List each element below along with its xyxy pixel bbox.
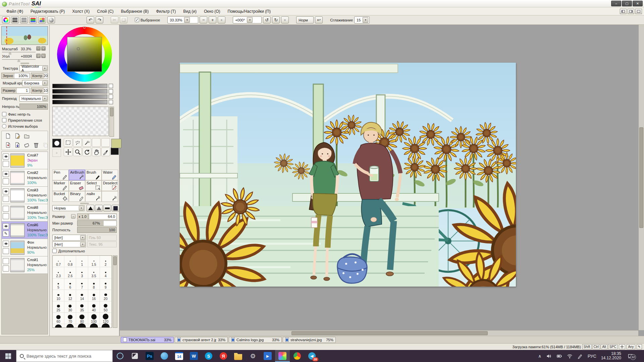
zoom-out-button[interactable]: − [200, 16, 207, 23]
layer-visibility-toggle[interactable] [3, 258, 9, 264]
layer-lock-toggle[interactable] [3, 265, 9, 272]
density-slider[interactable]: 100 [77, 227, 117, 233]
layout-left-button[interactable] [620, 9, 627, 14]
primary-color-swatch[interactable] [111, 139, 121, 148]
layer-row-Слой2[interactable]: Слой2 Нормально 100% [2, 169, 48, 187]
layout-full-button[interactable] [635, 9, 642, 14]
brush-size-250[interactable]: 250 [76, 324, 88, 328]
layer-lock-toggle[interactable] [3, 161, 9, 167]
hsv-slider-panel-button[interactable] [20, 16, 28, 23]
add-brush-shape-button[interactable]: + [52, 149, 61, 157]
layer-row-Слой1[interactable]: Слой1 Нормально 25% [2, 256, 48, 274]
volume-icon[interactable] [546, 353, 552, 359]
rotation-angle-dropdown[interactable]: +000°▼ [233, 16, 262, 23]
layer-visibility-toggle[interactable] [3, 241, 9, 247]
scratchpad-panel-button[interactable] [47, 16, 55, 23]
document-tab[interactable]: Calmins logo.jpg 33% [229, 337, 282, 343]
document-tab[interactable]: страховой агент 2.jpg 33% [175, 337, 228, 343]
tool-Brush[interactable]: Brush [85, 170, 102, 180]
navigator-thumbnail[interactable] [1, 26, 48, 45]
empty-tool-slot[interactable] [101, 138, 110, 147]
size-grid-scrollbar[interactable] [113, 255, 117, 328]
brush-blend-mode-dropdown[interactable]: Норма▼ [52, 205, 85, 211]
angle-slider-thumb[interactable] [17, 60, 20, 62]
brush-size-200[interactable]: 200 [64, 324, 76, 328]
advanced-settings-toggle[interactable]: Дополнительно [52, 249, 85, 253]
tool-лайн[interactable]: лайн [85, 191, 102, 202]
taskbar-app-cortana[interactable] [113, 350, 127, 362]
blend-mode-dropdown[interactable]: Нормально▼ [19, 96, 48, 102]
document-tab[interactable]: strahovaniejizni.jpg 75% [283, 337, 336, 343]
brush-size-70[interactable]: 70 [64, 313, 76, 324]
wet-edge-dropdown[interactable]: Бахрома▼ [22, 80, 48, 86]
mix-slider-4[interactable] [52, 100, 107, 104]
brush-size-7[interactable]: 7 [76, 279, 88, 290]
swatches-panel-button[interactable] [38, 16, 46, 23]
menu-item-5[interactable]: Фильтр (Т) [152, 8, 179, 15]
layer-visibility-toggle[interactable] [3, 223, 9, 229]
saturation-value-box[interactable] [67, 37, 102, 72]
layer-thumbnail[interactable] [10, 258, 24, 272]
layer-visibility-toggle[interactable] [3, 206, 9, 212]
brush-size-2.6[interactable]: 2.6 [64, 267, 76, 279]
taskbar-app-calendar[interactable]: 14 [172, 350, 186, 362]
tray-expand-chevron-icon[interactable]: ∧ [538, 354, 541, 359]
notification-center-button[interactable]: 12 [626, 353, 635, 359]
brush-size-300[interactable]: 300 [88, 324, 100, 328]
layer-row-Слой3[interactable]: Слой3 Нормально 100%ТексЭфф [2, 187, 48, 204]
scratchpad-scrollbar[interactable] [109, 107, 114, 137]
taskbar-search-input[interactable]: Введите здесь текст для поиска [16, 350, 113, 362]
tool-AirBrush[interactable]: AirBrush [69, 170, 85, 180]
color-mixer-panel-button[interactable] [29, 16, 37, 23]
layer-row-Слой7[interactable]: Слой7 Экран 9% [2, 152, 48, 169]
brush-size-50[interactable]: 50 [100, 301, 112, 313]
panel-divider[interactable] [1, 62, 48, 64]
rotate-tool[interactable] [83, 147, 91, 156]
checkbox-icon[interactable] [52, 249, 57, 253]
brush-size-350[interactable]: 350 [100, 324, 112, 328]
chevron-down-icon[interactable]: ▼ [80, 242, 85, 247]
start-button[interactable] [0, 350, 16, 362]
menu-item-8[interactable]: Помощь/Настройки (П) [224, 8, 274, 15]
brush-size-0.8[interactable]: 0.8 [64, 256, 76, 267]
taskbar-app-word[interactable]: W [186, 350, 201, 362]
copy-selection-button[interactable]: ❏ [120, 16, 127, 23]
rotate-reset-button[interactable]: ▫ [281, 16, 289, 23]
brush-size-14[interactable]: 14 [76, 290, 88, 301]
canvas-area[interactable] [120, 25, 644, 336]
taskbar-clock[interactable]: 18:35 14.12.2020 [601, 352, 621, 360]
layout-right-button[interactable] [628, 9, 634, 14]
menu-item-6[interactable]: Вид (и) [179, 8, 200, 15]
magic-wand-tool[interactable] [83, 138, 91, 147]
scratchpad[interactable] [52, 107, 109, 136]
layer-lock-toggle[interactable] [3, 196, 9, 202]
brush-edge-flat-button[interactable] [103, 205, 111, 212]
brush-size-60[interactable]: 60 [53, 313, 64, 324]
brush-size-16[interactable]: 16 [88, 290, 100, 301]
zoom-reset-button[interactable]: ▫ [218, 16, 225, 23]
eyedropper-tool[interactable] [101, 147, 110, 156]
brush-size-100[interactable]: 100 [88, 313, 100, 324]
sv-marker-icon[interactable] [77, 48, 79, 50]
mix-swatch-1[interactable] [109, 84, 113, 88]
brush-size-35[interactable]: 35 [76, 301, 88, 313]
menu-item-1[interactable]: Редактировать (Р) [27, 8, 68, 15]
selection-visible-checkbox[interactable]: ✓ [135, 18, 139, 22]
clear-layer-button[interactable] [22, 141, 31, 148]
brush-size-3.5[interactable]: 3.5 [88, 267, 100, 279]
texture-dropdown[interactable]: Watercolor A▼ [19, 65, 48, 71]
canvas-horizontal-scrollbar[interactable] [120, 330, 638, 336]
merge-down-button[interactable] [13, 141, 21, 148]
taskbar-app-task-view[interactable] [127, 350, 142, 362]
maximize-button[interactable]: ▢ [622, 1, 632, 6]
layer-lock-toggle[interactable]: ✎ [3, 231, 9, 237]
layer-visibility-toggle[interactable] [3, 171, 9, 177]
tool-Bucket[interactable]: Bucket [52, 191, 69, 202]
layer-thumbnail[interactable] [10, 154, 24, 168]
brush-edge-soft-button[interactable] [95, 205, 103, 212]
brush-texture-slot1-dropdown[interactable]: [Нет]▼ [52, 235, 86, 241]
artwork-canvas[interactable] [180, 63, 516, 287]
tool-Pen[interactable]: Pen [52, 170, 69, 180]
chevron-down-icon[interactable]: ▼ [184, 17, 190, 23]
menu-item-2[interactable]: Холст (Х) [68, 8, 93, 15]
